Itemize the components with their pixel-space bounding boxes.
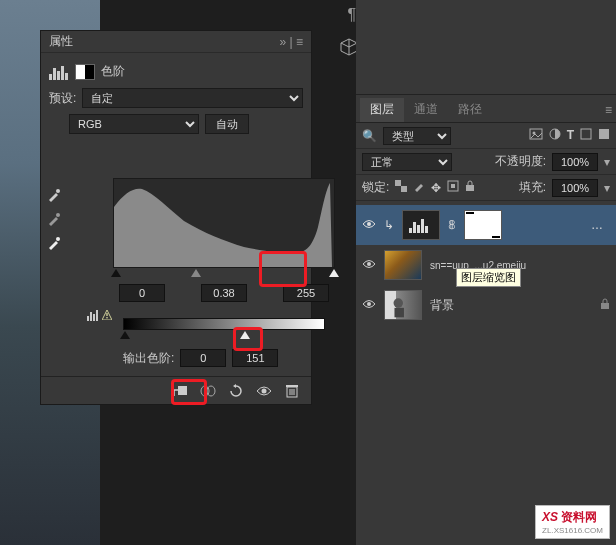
channel-select[interactable]: RGB [69, 114, 199, 134]
layer-visibility-icon[interactable] [362, 298, 376, 312]
view-previous-state-icon[interactable] [199, 382, 217, 400]
layer-more-icon[interactable]: … [591, 218, 604, 232]
clip-to-layer-icon[interactable] [171, 382, 189, 400]
properties-title: 属性 [49, 33, 73, 50]
svg-point-6 [56, 213, 60, 217]
svg-rect-3 [61, 66, 64, 80]
lock-artboard-icon[interactable] [447, 180, 459, 195]
preset-label: 预设: [49, 90, 76, 107]
lock-icon [600, 298, 610, 313]
preset-select[interactable]: 自定 [82, 88, 303, 108]
tab-channels[interactable]: 通道 [404, 98, 448, 122]
properties-panel-header[interactable]: 属性 » | ≡ [41, 31, 311, 53]
blend-mode-select[interactable]: 正常 [362, 153, 452, 171]
levels-icon [49, 64, 69, 80]
svg-rect-36 [421, 219, 424, 233]
svg-rect-31 [466, 185, 474, 191]
layer-visibility-icon[interactable] [362, 258, 376, 272]
properties-footer [41, 376, 311, 404]
clip-indicator-icon: ↳ [384, 218, 394, 232]
histogram-chart[interactable] [113, 178, 335, 268]
lock-label: 锁定: [362, 179, 389, 196]
lock-brush-icon[interactable] [413, 180, 425, 195]
opacity-field[interactable] [552, 153, 598, 171]
svg-rect-11 [96, 310, 98, 321]
watermark-brand: XS [542, 510, 558, 524]
layer-filter-row: 🔍 类型 T [356, 123, 616, 149]
svg-point-32 [367, 222, 371, 226]
watermark: XS 资料网 ZL.XS1616.COM [535, 505, 610, 539]
layer-name[interactable]: 背景 [430, 297, 454, 314]
filter-type-select[interactable]: 类型 [383, 127, 451, 145]
panel-menu-chevrons[interactable]: » | ≡ [280, 35, 303, 49]
input-white-slider[interactable] [329, 269, 339, 277]
layer-background[interactable]: 背景 [356, 285, 616, 325]
white-point-eyedropper-icon[interactable] [45, 234, 63, 252]
svg-rect-2 [57, 71, 60, 80]
lock-all-icon[interactable] [465, 180, 475, 195]
svg-rect-14 [178, 386, 187, 395]
character-panel-icon[interactable]: ¶ [347, 6, 356, 24]
layers-panel: 图层 通道 路径 ≡ 🔍 类型 T 正常 不透明度: ▾ 锁定: ✥ 填充: ▾ [356, 0, 616, 545]
svg-rect-27 [599, 129, 609, 139]
adjustment-type-label: 色阶 [101, 63, 125, 80]
svg-rect-13 [106, 317, 107, 318]
output-white-slider[interactable] [240, 331, 250, 339]
search-icon[interactable]: 🔍 [362, 129, 377, 143]
toggle-visibility-icon[interactable] [255, 382, 273, 400]
fill-label: 填充: [519, 179, 546, 196]
black-point-eyedropper-icon[interactable] [45, 186, 63, 204]
output-white-field[interactable] [232, 349, 278, 367]
layer-mask-thumbnail[interactable] [464, 210, 502, 240]
filter-pixel-icon[interactable] [529, 128, 543, 143]
svg-rect-1 [53, 68, 56, 80]
background-thumbnail[interactable] [384, 290, 422, 320]
properties-panel: 属性 » | ≡ 色阶 预设: 自定 RGB 自动 [40, 30, 312, 405]
svg-rect-41 [394, 308, 403, 317]
gray-point-eyedropper-icon[interactable] [45, 210, 63, 228]
panel-menu-icon[interactable]: ≡ [605, 103, 612, 117]
svg-point-17 [262, 388, 267, 393]
output-gradient[interactable] [123, 318, 325, 330]
lock-position-icon[interactable]: ✥ [431, 181, 441, 195]
svg-rect-0 [49, 74, 52, 80]
link-icon[interactable]: 𝟠 [448, 218, 456, 232]
input-gamma-field[interactable] [201, 284, 247, 302]
opacity-chevron-icon[interactable]: ▾ [604, 155, 610, 169]
eyedropper-group [45, 186, 63, 252]
tab-layers[interactable]: 图层 [360, 98, 404, 122]
output-black-slider[interactable] [120, 331, 130, 339]
image-thumbnail[interactable] [384, 250, 422, 280]
input-black-slider[interactable] [111, 269, 121, 277]
fill-field[interactable] [552, 179, 598, 197]
filter-adjustment-icon[interactable] [549, 128, 561, 143]
reset-icon[interactable] [227, 382, 245, 400]
svg-rect-10 [93, 314, 95, 321]
filter-smart-icon[interactable] [598, 128, 610, 143]
input-white-field[interactable] [283, 284, 329, 302]
auto-button[interactable]: 自动 [205, 114, 249, 134]
watermark-url: ZL.XS1616.COM [542, 526, 603, 535]
svg-rect-19 [286, 385, 298, 387]
svg-point-16 [207, 386, 215, 396]
layer-levels-adjustment[interactable]: ↳ 𝟠 … [356, 205, 616, 245]
levels-thumbnail[interactable] [402, 210, 440, 240]
input-gamma-slider[interactable] [191, 269, 201, 277]
svg-rect-33 [409, 228, 412, 233]
fill-chevron-icon[interactable]: ▾ [604, 181, 610, 195]
tab-paths[interactable]: 路径 [448, 98, 492, 122]
lock-pixels-icon[interactable] [395, 180, 407, 195]
svg-rect-12 [106, 313, 107, 316]
svg-rect-37 [425, 226, 428, 233]
thumbnail-tooltip: 图层缩览图 [456, 268, 521, 287]
svg-rect-4 [65, 73, 68, 80]
filter-shape-icon[interactable] [580, 128, 592, 143]
svg-point-5 [56, 189, 60, 193]
input-black-field[interactable] [119, 284, 165, 302]
output-black-field[interactable] [180, 349, 226, 367]
delete-adjustment-icon[interactable] [283, 382, 301, 400]
filter-type-icon[interactable]: T [567, 128, 574, 143]
svg-point-38 [367, 262, 371, 266]
mask-icon [75, 64, 95, 80]
layer-visibility-icon[interactable] [362, 218, 376, 232]
